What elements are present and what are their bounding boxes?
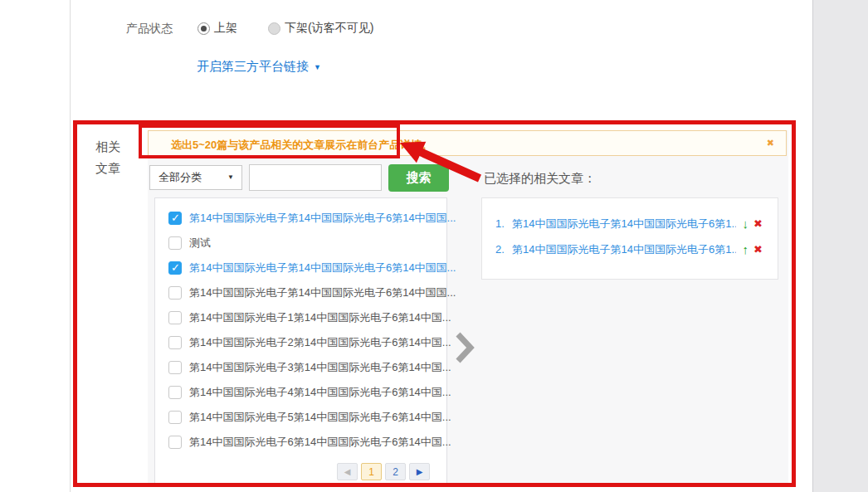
product-edit-page: 产品状态 上架 下架(访客不可见) 开启第三方平台链接 ▼ 相关 文章 选出5~… [0,0,868,492]
article-title[interactable]: 第14中国国际光电子第14中国国际光电子6第14中国国... [189,261,456,275]
radio-on-label: 上架 [214,21,237,36]
article-checkbox-item[interactable]: 第14中国国际光电子4第14中国国际光电子6第14中国... [155,380,446,405]
article-checkbox-item[interactable]: 第14中国国际光电子1第14中国国际光电子6第14中国... [155,305,446,330]
article-title[interactable]: 第14中国国际光电子5第14中国国际光电子6第14中国... [189,410,451,425]
checkbox-icon[interactable] [168,386,182,399]
product-status-label: 产品状态 [126,22,173,37]
checkbox-icon[interactable] [168,436,182,449]
checkbox-icon[interactable] [168,286,182,300]
article-checkbox-item[interactable]: 第14中国国际光电子6第14中国国际光电子6第14中国... [155,430,446,455]
category-select[interactable]: 全部分类 ▼ [149,165,242,190]
pagination-page-2[interactable]: 2 [385,463,406,480]
article-checkbox-item[interactable]: 测试 [155,231,446,256]
radio-off-label: 下架(访客不可见) [285,21,373,36]
search-button[interactable]: 搜索 [388,164,449,192]
checkbox-icon[interactable] [168,212,182,225]
article-title[interactable]: 第14中国国际光电子1第14中国国际光电子6第14中国... [189,310,451,325]
article-title[interactable]: 第14中国国际光电子第14中国国际光电子6第14中国国... [189,285,456,300]
checkbox-icon[interactable] [168,411,182,424]
category-select-value: 全部分类 [158,171,202,183]
radio-selected-icon[interactable] [197,22,210,35]
notice-bar: 选出5~20篇与该产品相关的文章展示在前台产品详情。 ✖ [148,130,787,156]
checkbox-icon[interactable] [168,236,182,250]
item-number: 1. [495,217,512,230]
checkbox-icon[interactable] [168,336,182,349]
pagination-page-1[interactable]: 1 [361,463,382,480]
related-articles-panel: 选出5~20篇与该产品相关的文章展示在前台产品详情。 ✖ 全部分类 ▼ 搜索 已… [148,130,788,485]
page-background-gutter [812,0,868,492]
search-input[interactable] [249,164,382,191]
remove-icon[interactable]: ✖ [753,217,763,230]
pagination-next-icon[interactable]: ▶ [409,463,430,480]
article-checkbox-item[interactable]: 第14中国国际光电子第14中国国际光电子6第14中国国... [155,280,446,305]
radio-option-off[interactable]: 下架(访客不可见) [268,21,373,36]
article-checkbox-item[interactable]: 第14中国国际光电子2第14中国国际光电子6第14中国... [155,330,446,355]
selected-article-item: 1. 第14中国国际光电子第14中国国际光电子6第1... ↓ ✖ [482,211,778,236]
article-title[interactable]: 第14中国国际光电子3第14中国国际光电子6第14中国... [189,360,451,375]
selected-article-link[interactable]: 第14中国国际光电子第14中国国际光电子6第1... [512,242,736,257]
selected-article-item: 2. 第14中国国际光电子第14中国国际光电子6第1... ↑ ✖ [482,236,778,262]
radio-option-on[interactable]: 上架 [197,21,237,36]
item-number: 2. [495,243,512,256]
article-title[interactable]: 第14中国国际光电子2第14中国国际光电子6第14中国... [189,335,451,350]
article-checkbox-item[interactable]: 第14中国国际光电子第14中国国际光电子6第14中国国... [155,206,446,231]
move-up-icon[interactable]: ↑ [743,242,749,256]
radio-unselected-icon[interactable] [268,22,280,35]
remove-icon[interactable]: ✖ [753,243,763,256]
article-title[interactable]: 测试 [189,236,211,251]
chevron-down-icon: ▼ [314,63,321,71]
move-down-icon[interactable]: ↓ [743,217,749,231]
pagination: ◀ 1 2 ▶ [337,463,430,480]
article-checkbox-item[interactable]: 第14中国国际光电子5第14中国国际光电子6第14中国... [155,405,446,430]
related-articles-label: 相关 文章 [95,136,120,179]
checkbox-icon[interactable] [168,311,182,324]
article-checkbox-item[interactable]: 第14中国国际光电子3第14中国国际光电子6第14中国... [155,355,446,380]
article-title[interactable]: 第14中国国际光电子第14中国国际光电子6第14中国国... [189,211,456,226]
left-divider [70,0,71,492]
third-party-link-toggle[interactable]: 开启第三方平台链接 ▼ [197,59,321,75]
article-list: 第14中国国际光电子第14中国国际光电子6第14中国国... 测试 第14中国国… [155,198,446,455]
chevron-right-icon [454,330,475,368]
selected-articles-title: 已选择的相关文章： [484,171,596,187]
article-title[interactable]: 第14中国国际光电子4第14中国国际光电子6第14中国... [189,385,451,400]
notice-text: 选出5~20篇与该产品相关的文章展示在前台产品详情。 [171,138,432,153]
pagination-prev-icon[interactable]: ◀ [337,463,358,480]
checkbox-icon[interactable] [168,261,182,275]
selected-articles-box: 1. 第14中国国际光电子第14中国国际光电子6第1... ↓ ✖ 2. 第14… [481,197,778,280]
article-title[interactable]: 第14中国国际光电子6第14中国国际光电子6第14中国... [189,435,451,450]
chevron-down-icon: ▼ [227,166,234,189]
checkbox-icon[interactable] [168,361,182,374]
article-checkbox-item[interactable]: 第14中国国际光电子第14中国国际光电子6第14中国国... [155,256,446,280]
close-icon[interactable]: ✖ [767,138,774,149]
third-party-link-label: 开启第三方平台链接 [197,59,309,75]
article-list-box: 第14中国国际光电子第14中国国际光电子6第14中国国... 测试 第14中国国… [154,197,447,485]
selected-article-link[interactable]: 第14中国国际光电子第14中国国际光电子6第1... [512,217,736,231]
